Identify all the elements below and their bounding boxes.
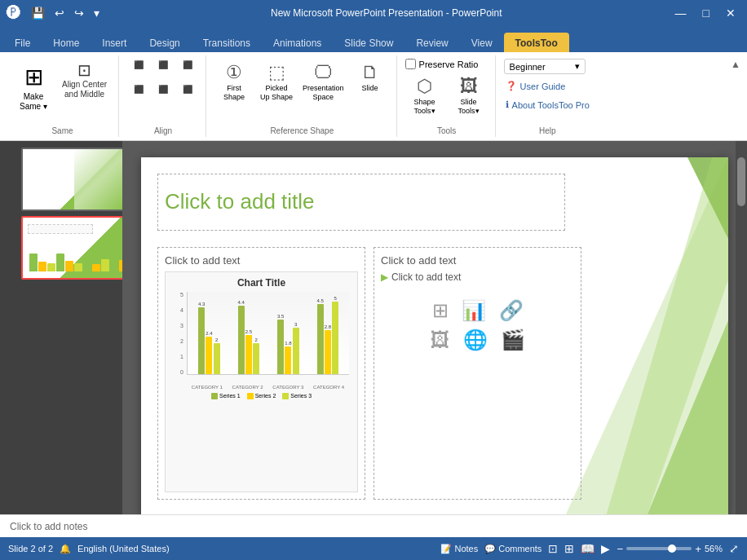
- slide-tools-button[interactable]: 🖼 SlideTools▾: [449, 73, 488, 119]
- video-icon[interactable]: 🎬: [501, 329, 525, 351]
- slide-canvas[interactable]: Click to add title Click to add text Cha…: [141, 157, 728, 514]
- bar-1-s1: [198, 307, 205, 374]
- minimize-button[interactable]: —: [670, 5, 692, 21]
- notes-placeholder: Click to add notes: [10, 521, 87, 532]
- legend-label-2: Series 2: [255, 393, 276, 399]
- tab-slide-show[interactable]: Slide Show: [333, 33, 404, 52]
- thumb-bar: [101, 259, 109, 271]
- tab-animations[interactable]: Animations: [262, 33, 333, 52]
- undo-button[interactable]: ↩: [51, 5, 68, 21]
- preserve-ratio-checkbox[interactable]: [405, 59, 416, 69]
- legend-item-1: Series 1: [211, 393, 241, 399]
- slide-title-text: Click to add title: [165, 189, 315, 214]
- tab-review[interactable]: Review: [404, 33, 459, 52]
- slide-title-placeholder[interactable]: Click to add title: [157, 174, 565, 231]
- bar-2-s3: [253, 343, 259, 374]
- level-dropdown[interactable]: Beginner ▾: [504, 59, 586, 74]
- slide-sorter-button[interactable]: ⊞: [564, 542, 574, 555]
- canvas-scrollbar[interactable]: [736, 141, 747, 514]
- save-button[interactable]: 💾: [28, 5, 48, 21]
- tab-file[interactable]: File: [3, 33, 42, 52]
- slide-thumb-image-1: [21, 148, 122, 211]
- zoom-slider-thumb: [668, 545, 676, 553]
- thumb2-chart: [29, 234, 93, 271]
- thumb-bar: [65, 261, 73, 271]
- shape-tools-button[interactable]: ⬡ ShapeTools▾: [405, 73, 444, 119]
- chart-bars: 4.3 2.4 2: [187, 292, 349, 375]
- reading-view-button[interactable]: 📖: [581, 542, 595, 555]
- zoom-out-button[interactable]: −: [617, 543, 623, 555]
- content-right-panel[interactable]: Click to add text ▶ Click to add text ⊞ …: [374, 247, 581, 500]
- legend-item-2: Series 2: [247, 393, 276, 399]
- chart-y-axis: 5 4 3 2 1 0: [170, 292, 185, 375]
- first-shape-button[interactable]: ① FirstShape: [214, 59, 254, 105]
- same-group-content: ⊞ MakeSame ▾ ⊡ Align Centerand Middle: [13, 59, 112, 134]
- about-toolstoo-link[interactable]: ℹ About ToolsToo Pro: [504, 98, 591, 112]
- tab-home[interactable]: Home: [42, 33, 91, 52]
- user-guide-link[interactable]: ❓ User Guide: [504, 79, 568, 93]
- tab-view[interactable]: View: [460, 33, 504, 52]
- tab-design[interactable]: Design: [138, 33, 191, 52]
- thumb-bar: [56, 254, 64, 271]
- maximize-button[interactable]: □: [698, 5, 714, 21]
- picture-icon[interactable]: 🖼: [431, 329, 450, 351]
- slide-show-button[interactable]: ▶: [601, 542, 610, 555]
- comments-button[interactable]: 💬 Comments: [484, 544, 541, 554]
- customize-quick-access-button[interactable]: ▾: [91, 5, 103, 21]
- canvas-scrollbar-thumb[interactable]: [737, 157, 745, 206]
- icon-row-1: ⊞ 📊 🔗: [381, 299, 574, 322]
- smartart-icon[interactable]: 🔗: [499, 299, 524, 322]
- make-same-button[interactable]: ⊞ MakeSame ▾: [13, 59, 54, 117]
- bar-3-s1: [277, 320, 284, 374]
- align-bc-button[interactable]: ⬛: [152, 83, 175, 106]
- tab-transitions[interactable]: Transitions: [192, 33, 262, 52]
- bullet-arrow: ▶: [381, 271, 388, 283]
- close-button[interactable]: ✕: [721, 5, 740, 21]
- bar-group-4: 4.5 2.8 5: [310, 296, 347, 374]
- bars-2: 4.4 2.5 2: [237, 296, 259, 374]
- online-picture-icon[interactable]: 🌐: [463, 329, 488, 351]
- align-tr-button[interactable]: ⬛: [176, 59, 199, 82]
- align-group-label: Align: [121, 126, 206, 135]
- status-left: Slide 2 of 2 🔔 English (United States): [8, 544, 170, 554]
- slide-button[interactable]: 🗋 Slide: [351, 59, 390, 96]
- align-center-middle-button[interactable]: ⊡ Align Centerand Middle: [57, 59, 112, 103]
- picked-up-shape-icon: ⬚: [268, 62, 285, 83]
- slide-thumbnail-1[interactable]: 1: [3, 148, 119, 211]
- notes-bar[interactable]: Click to add notes: [0, 514, 747, 537]
- ribbon-collapse-button[interactable]: ▲: [731, 59, 740, 70]
- presentation-space-button[interactable]: 🖵 PresentationSpace: [299, 59, 347, 105]
- slide-1-triangle: [74, 149, 122, 209]
- align-tl-button[interactable]: ⬛: [127, 59, 150, 82]
- status-bar: Slide 2 of 2 🔔 English (United States) 📝…: [0, 537, 747, 560]
- tab-insert[interactable]: Insert: [91, 33, 138, 52]
- ref-shape-group-label: Reference Shape: [208, 126, 396, 135]
- fit-slide-button[interactable]: ⤢: [729, 542, 739, 555]
- thumb2-bar-group3: [83, 257, 109, 271]
- tab-toolstoo[interactable]: ToolsToo: [504, 33, 569, 52]
- bar-1-s3: [214, 343, 220, 374]
- main-area: 1 2: [0, 141, 747, 514]
- status-right: 📝 Notes 💬 Comments ⊡ ⊞ 📖 ▶ − + 56% ⤢: [440, 542, 739, 555]
- table-icon[interactable]: ⊞: [432, 299, 449, 322]
- chart-container: Chart Title 5 4 3 2 1 0: [165, 271, 358, 492]
- picked-up-shape-button[interactable]: ⬚ PickedUp Shape: [257, 59, 296, 105]
- title-bar-left: 🅟 💾 ↩ ↪ ▾: [7, 5, 103, 22]
- notes-button[interactable]: 📝 Notes: [440, 544, 478, 554]
- thumb-bar: [38, 262, 46, 271]
- content-left-panel[interactable]: Click to add text Chart Title 5 4 3 2 1: [157, 247, 365, 500]
- window-title: New Microsoft PowerPoint Presentation - …: [103, 7, 670, 19]
- user-guide-label: User Guide: [520, 82, 566, 91]
- level-value: Beginner: [510, 62, 546, 72]
- slide-thumbnail-2[interactable]: 2: [3, 216, 119, 280]
- notes-icon: 📝: [440, 544, 452, 554]
- zoom-in-button[interactable]: +: [695, 543, 701, 555]
- align-br-button[interactable]: ⬛: [176, 83, 199, 106]
- align-bl-button[interactable]: ⬛: [127, 83, 150, 106]
- chart-icon[interactable]: 📊: [462, 299, 486, 322]
- align-tc-button[interactable]: ⬛: [152, 59, 175, 82]
- legend-color-1: [211, 393, 218, 399]
- zoom-slider[interactable]: [626, 547, 692, 550]
- normal-view-button[interactable]: ⊡: [548, 542, 558, 555]
- redo-button[interactable]: ↪: [71, 5, 87, 21]
